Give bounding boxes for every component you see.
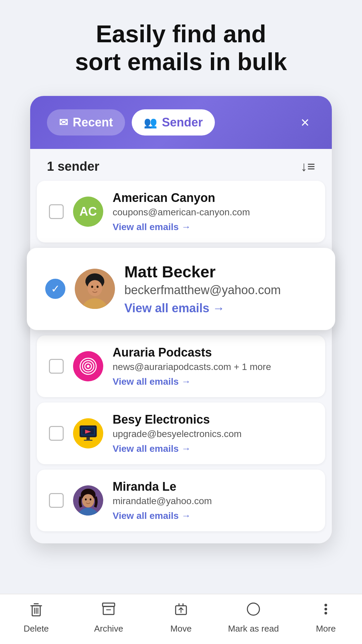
delete-label: Delete (23, 624, 49, 634)
sender-email: coupons@american-canyon.com (113, 207, 313, 218)
more-action[interactable]: More (290, 601, 362, 634)
svg-point-17 (82, 494, 94, 507)
close-button[interactable]: × (295, 112, 315, 132)
svg-point-19 (90, 498, 92, 500)
sender-info: American Canyon coupons@american-canyon.… (113, 191, 313, 232)
headline-line1: Easily find and (96, 20, 266, 47)
sender-info: Besy Electronics upgrade@besyelectronics… (113, 413, 313, 454)
checkbox-besy-electronics[interactable] (49, 426, 64, 441)
close-icon: × (301, 114, 309, 131)
mark-as-read-action[interactable]: Mark as read (217, 601, 290, 634)
sender-email: upgrade@besyelectronics.com (113, 429, 313, 439)
list-item: ✓ (27, 248, 335, 330)
sort-icon[interactable]: ↓≡ (301, 159, 315, 174)
bottom-action-bar: Delete Archive Move (0, 594, 362, 644)
panel-body: 1 sender ↓≡ AC American Canyon coupons@a… (30, 149, 332, 543)
sender-name: Auraria Podcasts (113, 345, 313, 360)
list-item: Miranda Le mirandatle@yahoo.com View all… (37, 470, 325, 531)
sender-list: AC American Canyon coupons@american-cany… (30, 181, 332, 543)
sender-info: Matt Becker beckerfmatthew@yahoo.com Vie… (124, 263, 317, 315)
avatar: AC (73, 197, 103, 227)
avatar (75, 269, 115, 309)
sender-name: American Canyon (113, 191, 313, 205)
avatar (73, 351, 103, 381)
mark-as-read-label: Mark as read (228, 624, 279, 634)
list-item: Auraria Podcasts news@aurariapodcasts.co… (37, 335, 325, 397)
archive-action[interactable]: Archive (72, 601, 145, 634)
svg-point-18 (85, 498, 87, 500)
headline: Easily find and sort emails in bulk (48, 20, 314, 76)
archive-label: Archive (94, 624, 123, 634)
mark-read-icon (245, 601, 261, 621)
move-label: Move (170, 624, 192, 634)
page-wrapper: Easily find and sort emails in bulk ✉ Re… (0, 0, 362, 644)
svg-point-3 (91, 286, 93, 288)
svg-point-27 (324, 612, 327, 614)
tab-sender-label: Sender (162, 115, 203, 129)
view-all-emails-link[interactable]: View all emails → (113, 376, 313, 387)
list-item: Besy Electronics upgrade@besyelectronics… (37, 402, 325, 464)
archive-icon (101, 601, 117, 621)
more-label: More (316, 624, 336, 634)
sender-count: 1 sender (47, 159, 99, 174)
svg-rect-14 (84, 440, 93, 441)
email-panel: ✉ Recent 👥 Sender × 1 sender ↓≡ (30, 96, 332, 543)
sender-count-row: 1 sender ↓≡ (30, 149, 332, 181)
tab-sender[interactable]: 👥 Sender (132, 109, 215, 136)
svg-rect-13 (86, 437, 90, 440)
svg-point-2 (87, 280, 102, 296)
panel-header: ✉ Recent 👥 Sender × (30, 96, 332, 149)
sender-name: Miranda Le (113, 480, 313, 494)
svg-point-25 (324, 604, 327, 606)
view-all-emails-link[interactable]: View all emails → (113, 222, 313, 232)
sender-name: Matt Becker (124, 263, 317, 281)
tab-recent-label: Recent (73, 115, 113, 129)
envelope-icon: ✉ (59, 116, 68, 129)
checkbox-auraria-podcasts[interactable] (49, 359, 64, 374)
sender-email: beckerfmatthew@yahoo.com (124, 283, 317, 297)
headline-line2: sort emails in bulk (75, 48, 287, 75)
sender-email: mirandatle@yahoo.com (113, 496, 313, 506)
sender-info: Auraria Podcasts news@aurariapodcasts.co… (113, 345, 313, 387)
sender-name: Besy Electronics (113, 413, 313, 427)
view-all-emails-link[interactable]: View all emails → (113, 511, 313, 521)
list-item: AC American Canyon coupons@american-cany… (37, 181, 325, 243)
avatar (73, 485, 103, 516)
move-icon (173, 601, 189, 621)
sender-info: Miranda Le mirandatle@yahoo.com View all… (113, 480, 313, 521)
checkbox-miranda-le[interactable] (49, 493, 64, 508)
delete-action[interactable]: Delete (0, 601, 72, 634)
move-action[interactable]: Move (145, 601, 217, 634)
avatar (73, 418, 103, 448)
sender-email: news@aurariapodcasts.com + 1 more (113, 362, 313, 372)
more-icon (318, 601, 334, 621)
delete-icon (28, 601, 44, 621)
svg-point-24 (247, 603, 259, 615)
svg-point-4 (97, 286, 99, 288)
svg-rect-22 (103, 606, 114, 614)
view-all-emails-link[interactable]: View all emails → (113, 443, 313, 454)
svg-point-5 (94, 289, 96, 290)
svg-point-26 (324, 608, 327, 610)
checkbox-matt-becker[interactable]: ✓ (45, 279, 65, 299)
tab-recent[interactable]: ✉ Recent (47, 109, 125, 136)
view-all-emails-link[interactable]: View all emails → (124, 301, 317, 315)
sender-icon: 👥 (144, 116, 157, 129)
svg-point-9 (87, 365, 89, 368)
checkbox-american-canyon[interactable] (49, 204, 64, 219)
